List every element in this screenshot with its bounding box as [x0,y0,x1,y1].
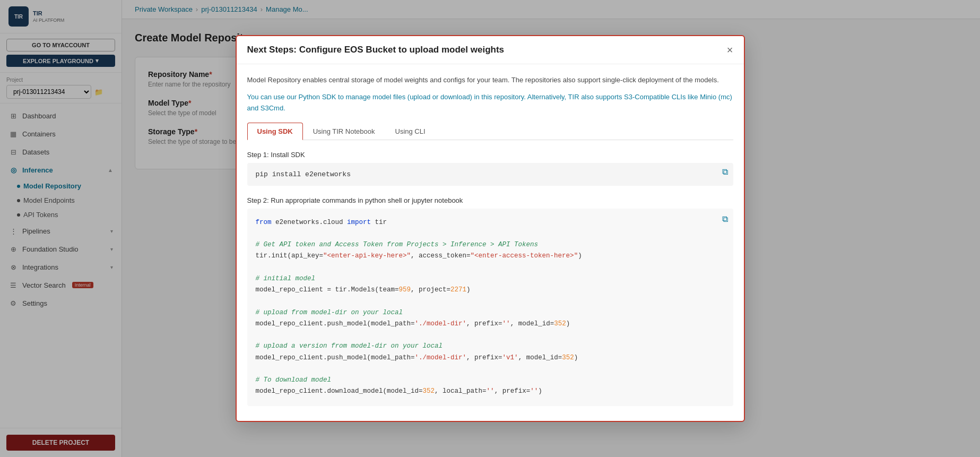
code-line-blank-4 [256,330,725,341]
next-steps-modal: Next Steps: Configure EOS Bucket to uplo… [236,35,745,421]
tab-using-sdk[interactable]: Using SDK [247,123,303,140]
code-line-blank-5 [256,364,725,375]
modal-description: Model Repository enables central storage… [247,75,733,85]
step1-code: pip install e2enetworks [256,170,351,178]
modal-header: Next Steps: Configure EOS Bucket to uplo… [237,36,744,64]
modal-title: Next Steps: Configure EOS Bucket to uplo… [247,45,505,55]
code-line-blank-1 [256,228,725,239]
code-line-1: from e2enetworks.cloud import tir [256,217,725,228]
code-line-comment1: # Get API token and Access Token from Pr… [256,239,725,251]
code-line-comment4: # upload a version from model-dir on you… [256,341,725,352]
code-line-3: tir.init(api_key="<enter-api-key-here>",… [256,251,725,262]
code-line-comment2: # initial model [256,273,725,284]
modal-body: Model Repository enables central storage… [237,64,744,420]
modal-tabs: Using SDK Using TIR Notebook Using CLI [247,123,733,140]
code-line-9: model_repo_client.push_model(model_path=… [256,352,725,364]
code-line-11: model_repo_client.download_model(model_i… [256,386,725,397]
code-line-blank-2 [256,262,725,273]
step1-label: Step 1: Install SDK [247,151,733,159]
modal-overlay[interactable]: Next Steps: Configure EOS Bucket to uplo… [0,0,980,457]
sdk-link-anchor[interactable]: You can use our Python SDK to manage mod… [247,93,732,112]
code-line-5: model_repo_client = tir.Models(team=959,… [256,284,725,296]
step2-label: Step 2: Run appropriate commands in pyth… [247,196,733,204]
code-line-comment5: # To download model [256,375,725,386]
step1-code-block: pip install e2enetworks ⧉ [247,163,733,186]
tab-using-tir-notebook[interactable]: Using TIR Notebook [303,123,385,140]
copy-step1-button[interactable]: ⧉ [722,167,728,177]
tab-using-cli[interactable]: Using CLI [385,123,436,140]
modal-close-button[interactable]: × [727,45,733,55]
copy-step2-button[interactable]: ⧉ [722,213,728,227]
code-line-7: model_repo_client.push_model(model_path=… [256,318,725,330]
code-line-blank-3 [256,296,725,307]
step2-code-block: ⧉ from e2enetworks.cloud import tir # Ge… [247,209,733,406]
modal-sdk-link: You can use our Python SDK to manage mod… [247,92,733,114]
code-line-comment3: # upload from model-dir on your local [256,307,725,318]
